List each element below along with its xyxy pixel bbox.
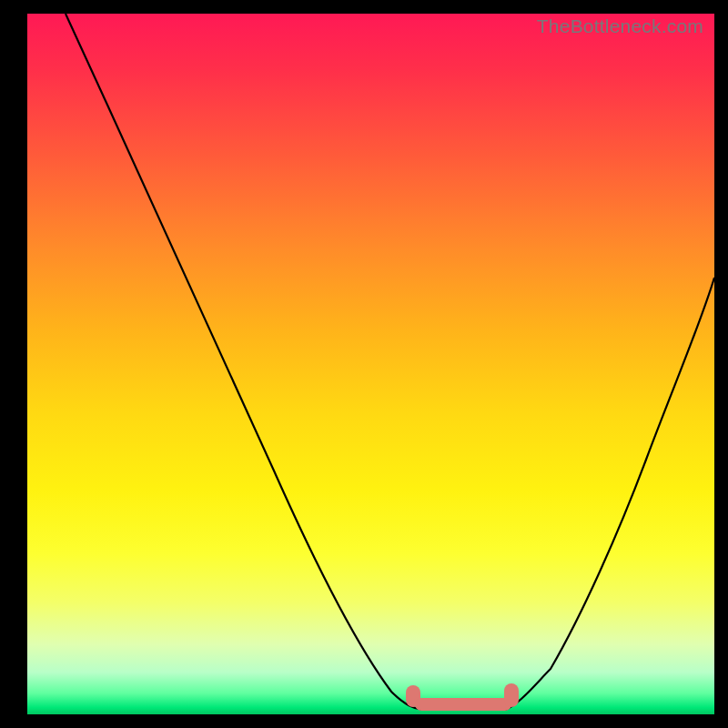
right-curve-path xyxy=(505,278,714,710)
bottom-highlight-bar xyxy=(415,698,511,711)
chart-plot-area: TheBottleneck.com xyxy=(27,14,714,714)
left-curve-path xyxy=(66,14,423,710)
bottleneck-curve xyxy=(27,14,714,714)
watermark-text: TheBottleneck.com xyxy=(537,15,703,37)
bottom-highlight-right-cap xyxy=(504,683,519,707)
